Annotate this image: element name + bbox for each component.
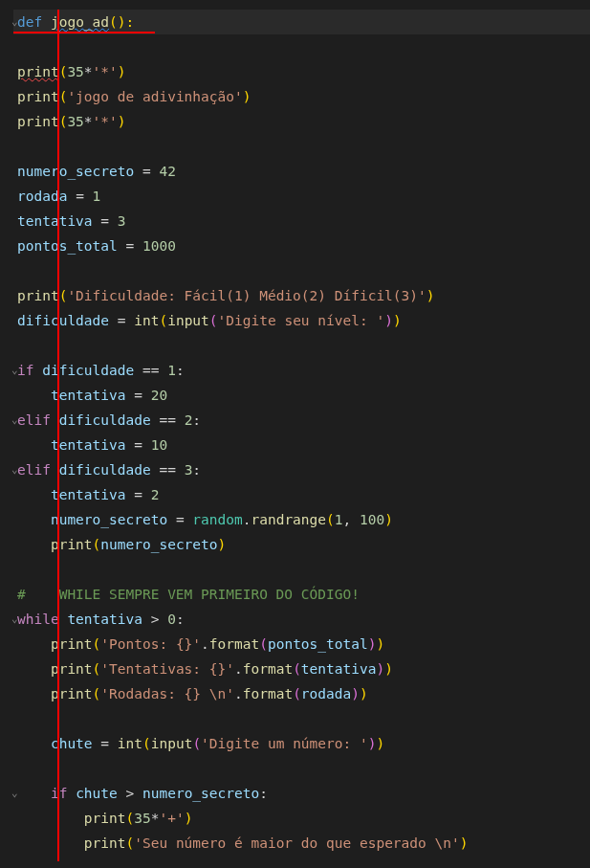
variable: pontos_total bbox=[268, 636, 368, 652]
module: random bbox=[192, 512, 242, 527]
number-literal: 2 bbox=[151, 487, 160, 502]
code-line[interactable] bbox=[13, 134, 590, 159]
code-line[interactable]: numero_secreto = random.randrange(1, 100… bbox=[13, 507, 590, 532]
fold-icon[interactable]: ⌄ bbox=[11, 358, 18, 383]
code-editor[interactable]: ⌄def jogo_ad(): print(35*'*') print('jog… bbox=[0, 0, 590, 865]
function-call: print bbox=[17, 64, 59, 79]
number-literal: 35 bbox=[134, 811, 150, 826]
function-call: print bbox=[17, 288, 59, 303]
builtin: input bbox=[167, 313, 209, 328]
builtin: input bbox=[151, 736, 193, 751]
code-line[interactable]: print('Pontos: {}'.format(pontos_total)) bbox=[13, 632, 590, 657]
code-line[interactable] bbox=[13, 706, 590, 731]
code-line[interactable]: tentativa = 3 bbox=[13, 209, 590, 234]
number-literal: 3 bbox=[118, 213, 126, 229]
variable: rodada bbox=[17, 189, 67, 204]
string-literal: 'Pontos: {}' bbox=[100, 636, 201, 652]
annotation-underline bbox=[13, 32, 155, 33]
code-line[interactable]: print('jogo de adivinhação') bbox=[13, 84, 590, 109]
code-line[interactable] bbox=[13, 756, 590, 781]
builtin: int bbox=[118, 736, 142, 751]
variable: chute bbox=[76, 786, 118, 801]
variable: tentativa bbox=[51, 487, 126, 502]
code-line[interactable]: print(35*'*') bbox=[13, 109, 590, 134]
code-line[interactable]: pontos_total = 1000 bbox=[13, 234, 590, 258]
string-literal: 'Tentativas: {}' bbox=[100, 661, 234, 677]
code-line[interactable]: ⌄elif dificuldade == 2: bbox=[13, 408, 590, 433]
variable: tentativa bbox=[67, 612, 142, 627]
string-literal: 'Rodadas: {} \n' bbox=[100, 686, 234, 701]
string-literal: 'Seu número é maior do que esperado \n' bbox=[134, 835, 459, 851]
code-line[interactable]: rodada = 1 bbox=[13, 184, 590, 209]
fold-icon[interactable]: ⌄ bbox=[11, 781, 18, 806]
string-literal: 'Dificuldade: Fácil(1) Médio(2) Díficil(… bbox=[67, 288, 426, 303]
string-literal: 'jogo de adivinhação' bbox=[67, 89, 242, 104]
string-literal: 'Digite um número: ' bbox=[201, 736, 368, 751]
variable: dificuldade bbox=[42, 363, 134, 378]
variable: dificuldade bbox=[17, 313, 109, 328]
number-literal: 35 bbox=[67, 64, 83, 79]
variable: dificuldade bbox=[59, 412, 151, 428]
variable: tentativa bbox=[51, 388, 126, 403]
code-line[interactable]: print('Rodadas: {} \n'.format(rodada)) bbox=[13, 681, 590, 706]
variable: numero_secreto bbox=[17, 164, 134, 179]
code-line[interactable]: tentativa = 10 bbox=[13, 433, 590, 457]
keyword: elif bbox=[17, 462, 51, 478]
fold-icon[interactable]: ⌄ bbox=[11, 408, 18, 433]
code-line[interactable]: print(numero_secreto) bbox=[13, 532, 590, 557]
code-line[interactable]: tentativa = 2 bbox=[13, 482, 590, 507]
keyword: if bbox=[17, 363, 33, 378]
code-line[interactable]: ⌄elif dificuldade == 3: bbox=[13, 457, 590, 482]
number-literal: 100 bbox=[360, 512, 384, 527]
fold-icon[interactable]: ⌄ bbox=[11, 457, 18, 482]
code-line[interactable]: ⌄while tentativa > 0: bbox=[13, 607, 590, 632]
function-name: jogo_ad bbox=[51, 14, 109, 30]
code-line[interactable]: numero_secreto = 42 bbox=[13, 159, 590, 184]
comment: # WHILE SEMPRE VEM PRIMEIRO DO CÓDIGO! bbox=[17, 587, 360, 602]
code-line[interactable]: ⌄if dificuldade == 1: bbox=[13, 358, 590, 383]
variable: numero_secreto bbox=[100, 537, 217, 552]
punctuation: (): bbox=[109, 14, 134, 30]
number-literal: 1 bbox=[93, 189, 101, 204]
code-line[interactable]: # WHILE SEMPRE VEM PRIMEIRO DO CÓDIGO! bbox=[13, 582, 590, 607]
keyword: while bbox=[17, 612, 59, 627]
variable: dificuldade bbox=[59, 462, 151, 478]
number-literal: 35 bbox=[67, 114, 83, 129]
variable: numero_secreto bbox=[51, 512, 167, 527]
method: format bbox=[243, 686, 293, 701]
annotation-vertical-line bbox=[57, 10, 59, 861]
string-literal: 'Digite seu nível: ' bbox=[218, 313, 385, 328]
variable: tentativa bbox=[301, 661, 377, 677]
method: format bbox=[209, 636, 259, 652]
number-literal: 0 bbox=[167, 612, 176, 627]
code-line[interactable]: print('Seu número é maior do que esperad… bbox=[13, 831, 590, 856]
variable: numero_secreto bbox=[142, 786, 259, 801]
code-line[interactable]: chute = int(input('Digite um número: ')) bbox=[13, 731, 590, 756]
function-call: print bbox=[84, 811, 126, 826]
code-line[interactable]: print(35*'+') bbox=[13, 806, 590, 831]
number-literal: 42 bbox=[159, 164, 175, 179]
code-line[interactable]: dificuldade = int(input('Digite seu níve… bbox=[13, 308, 590, 333]
number-literal: 10 bbox=[151, 437, 167, 453]
keyword-def: def bbox=[17, 14, 42, 30]
variable: tentativa bbox=[51, 437, 126, 453]
fold-icon[interactable]: ⌄ bbox=[11, 607, 18, 632]
number-literal: 1 bbox=[335, 512, 343, 527]
variable: tentativa bbox=[17, 213, 93, 229]
code-line[interactable]: print('Tentativas: {}'.format(tentativa)… bbox=[13, 657, 590, 681]
variable: rodada bbox=[301, 686, 351, 701]
code-line[interactable]: print(35*'*') bbox=[13, 59, 590, 84]
string-literal: '*' bbox=[93, 114, 118, 129]
code-line[interactable] bbox=[13, 258, 590, 283]
function-call: print bbox=[17, 114, 59, 129]
code-line[interactable] bbox=[13, 34, 590, 59]
number-literal: 20 bbox=[151, 388, 167, 403]
code-line[interactable]: ⌄ if chute > numero_secreto: bbox=[13, 781, 590, 806]
function-call: print bbox=[17, 89, 59, 104]
string-literal: '*' bbox=[93, 64, 118, 79]
code-line[interactable] bbox=[13, 333, 590, 358]
code-line[interactable]: tentativa = 20 bbox=[13, 383, 590, 408]
code-line[interactable]: print('Dificuldade: Fácil(1) Médio(2) Dí… bbox=[13, 283, 590, 308]
code-line[interactable] bbox=[13, 557, 590, 582]
string-literal: '+' bbox=[159, 811, 184, 826]
